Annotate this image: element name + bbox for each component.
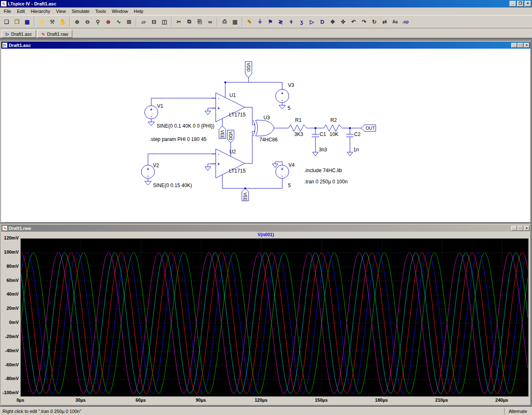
v3-ref-label: V3	[288, 82, 294, 88]
u2-value-label: LT1715	[229, 168, 246, 174]
find-button[interactable]: ∞	[205, 17, 215, 27]
tab-draft1-asc[interactable]: ▷ Draft1.asc	[2, 30, 36, 38]
component-v1[interactable]: + - V1 SINE(0 0.1 40K 0 0 {PHI})	[145, 103, 214, 129]
print-button[interactable]: ⎙	[219, 17, 230, 27]
zoom-area-button[interactable]: ⊕	[72, 17, 82, 27]
menu-edit[interactable]: Edit	[14, 7, 28, 15]
tab-bar: ▷ Draft1.asc ∿ Draft1.raw	[0, 28, 532, 38]
menu-window[interactable]: Window	[109, 7, 131, 15]
zoom-full-icon: ⊗	[106, 19, 111, 25]
component-c1[interactable]: C1 3n3	[312, 131, 327, 153]
menu-tools[interactable]: Tools	[92, 7, 109, 15]
ground-button[interactable]: ⏚	[255, 17, 265, 27]
wire-button[interactable]: ✎	[244, 17, 255, 27]
waveform-minimize-button[interactable]: _	[511, 226, 517, 231]
component-v4[interactable]: + - V4 5	[276, 162, 295, 188]
c2-value-label: 1n	[353, 147, 359, 153]
net-flag-vdd-u2[interactable]: VDD	[227, 130, 234, 143]
tile-vertical-button[interactable]: ◫	[159, 17, 170, 27]
waveform-window-titlebar[interactable]: ∿ Draft1.raw _ □ ×	[1, 225, 530, 232]
x-tick-label: 240µs	[493, 398, 511, 403]
open-button[interactable]: ❒	[12, 17, 22, 27]
waveform-close-button[interactable]: ×	[524, 226, 530, 231]
x-tick-label: 180µs	[372, 398, 391, 403]
component-button[interactable]: D	[317, 17, 328, 27]
net-flag-out[interactable]: OUT	[361, 125, 376, 131]
paste-button[interactable]: ⎘	[195, 17, 205, 27]
schematic-tab-icon: ▷	[6, 32, 9, 36]
schematic-window-titlebar[interactable]: ▷ Draft1.asc _ □ ×	[1, 42, 530, 49]
component-c2[interactable]: C2 1n	[346, 131, 361, 153]
component-u1[interactable]: - + U1 LT1715	[212, 92, 246, 122]
close-button[interactable]: ×	[525, 1, 531, 7]
zoom-extents-button[interactable]: ⚲	[93, 17, 103, 27]
schematic-close-button[interactable]: ×	[524, 43, 530, 48]
waveform-maximize-button[interactable]: □	[517, 226, 523, 231]
y-tick-label: 0mV	[1, 320, 19, 325]
rotate-button[interactable]: ↻	[369, 17, 379, 27]
menu-hierarchy[interactable]: Hierarchy	[28, 7, 53, 15]
waveform-window-icon: ∿	[2, 225, 7, 231]
spice-directive-button[interactable]: .op	[400, 17, 411, 27]
minimize-button[interactable]: _	[510, 1, 516, 7]
net-flag-vdd-top[interactable]: VDD	[245, 62, 252, 78]
schematic-canvas[interactable]: VDD VEE VDD VEE OUT	[1, 49, 530, 222]
control-panel-button[interactable]: ⚒	[47, 17, 57, 27]
undo-button[interactable]: ↶	[348, 17, 359, 27]
text-button[interactable]: Aa	[390, 17, 400, 27]
menu-help[interactable]: Help	[131, 7, 146, 15]
halt-button[interactable]: ✋	[57, 17, 68, 27]
r2-ref-label: R2	[330, 117, 337, 123]
component-v3[interactable]: + - V3 5	[276, 82, 294, 111]
x-tick-label: 30µs	[71, 398, 90, 403]
menu-simulate[interactable]: Simulate	[69, 7, 92, 15]
svg-text:-: -	[150, 114, 152, 119]
u3-ref-label: U3	[264, 115, 270, 121]
zoom-back-button[interactable]: ⊖	[82, 17, 93, 27]
zoom-full-button[interactable]: ⊗	[103, 17, 113, 27]
waveform-plot[interactable]	[21, 239, 528, 396]
redo-button[interactable]: ↷	[359, 17, 369, 27]
status-message: Right click to edit ".tran 0 250µ 0 100n…	[2, 409, 504, 414]
cascade-windows-button[interactable]: ▱	[138, 17, 149, 27]
tile-horizontal-button[interactable]: ⊟	[149, 17, 159, 27]
print-preview-button[interactable]: ▥	[230, 17, 240, 27]
menu-file[interactable]: File	[1, 7, 14, 15]
component-v2[interactable]: + - V2 SINE(0 0.15 40K)	[141, 163, 192, 188]
tab-draft1-raw[interactable]: ∿ Draft1.raw	[37, 30, 72, 38]
c1-ref-label: C1	[320, 131, 326, 137]
schematic-minimize-button[interactable]: _	[511, 43, 517, 48]
plot-settings-button[interactable]: ⊞	[124, 17, 134, 27]
status-mode: Alternate	[504, 408, 530, 415]
capacitor-button[interactable]: ǂ	[286, 17, 296, 27]
diode-button[interactable]: ▷	[307, 17, 317, 27]
mirror-button[interactable]: ⇄	[379, 17, 390, 27]
move-icon: ✥	[330, 19, 335, 25]
title-bar[interactable]: ∿ LTspice IV - Draft1.asc _ ❐ ×	[0, 0, 532, 7]
cut-button[interactable]: ✂	[174, 17, 184, 27]
save-button[interactable]: ▦	[22, 17, 32, 27]
copy-button[interactable]: ⧉	[184, 17, 195, 27]
schematic-maximize-button[interactable]: □	[517, 43, 523, 48]
net-flag-vee-u1[interactable]: VEE	[219, 126, 226, 138]
component-r2[interactable]: R2 10K	[324, 117, 342, 137]
inductor-button[interactable]: ʒ	[296, 17, 307, 27]
restore-button[interactable]: ❐	[517, 1, 524, 7]
net-flag-vee-bottom[interactable]: VEE	[242, 188, 249, 201]
component-u2[interactable]: - + U2 LT1715	[212, 149, 246, 178]
run-button[interactable]: ⚡	[37, 17, 47, 27]
menu-view[interactable]: View	[53, 7, 69, 15]
component-r1[interactable]: R1 3K3	[288, 117, 307, 137]
spice-directives[interactable]: .step param PHI 0 180 45 .include 74HC.l…	[150, 136, 347, 185]
component-u3[interactable]: U3 74HC86	[253, 115, 278, 143]
net-label-button[interactable]: ⚑	[265, 17, 276, 27]
trace-label[interactable]: V(n001)	[1, 232, 530, 238]
resistor-button[interactable]: ≷	[276, 17, 286, 27]
include-directive: .include 74HC.lib	[304, 168, 342, 173]
new-schematic-button[interactable]: ❏	[1, 17, 12, 27]
autorange-y-axis-button[interactable]: ∿	[113, 17, 124, 27]
move-button[interactable]: ✥	[328, 17, 338, 27]
drag-button[interactable]: ✜	[338, 17, 348, 27]
toolbar-separator	[69, 17, 70, 26]
svg-text:+: +	[147, 167, 149, 171]
